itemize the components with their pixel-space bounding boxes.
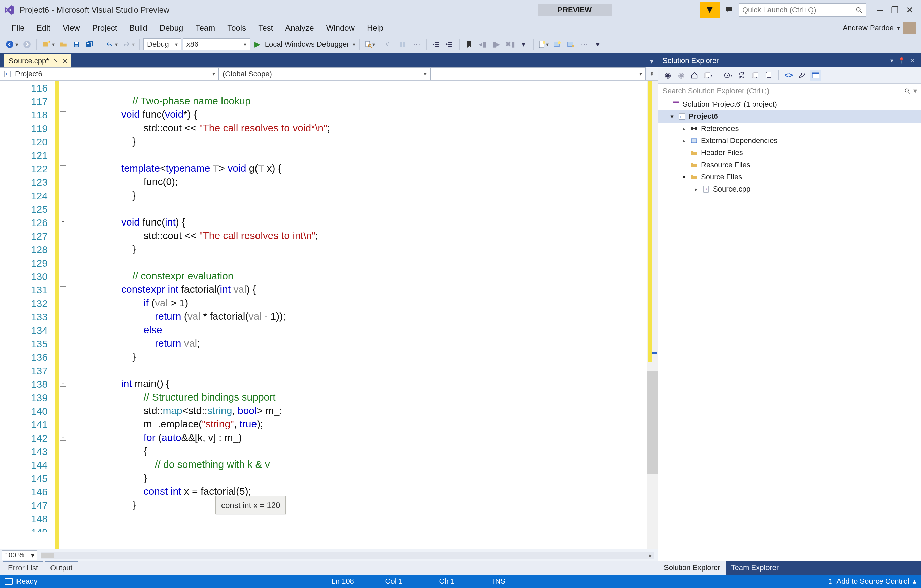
panel-dropdown-icon[interactable]: ▾ [887,55,897,66]
pin-icon[interactable]: 📍 [897,55,907,66]
save-button[interactable] [71,38,83,51]
solution-config-dropdown[interactable]: Debug▾ [143,38,181,50]
menu-help[interactable]: Help [361,22,389,34]
toolbar-more-1[interactable]: ⋯ [411,38,423,51]
menu-view[interactable]: View [57,22,86,34]
error-list-tab[interactable]: Error List [3,561,44,575]
outline-toggle[interactable] [60,219,66,225]
menu-analyze[interactable]: Analyze [279,22,320,34]
solution-platform-dropdown[interactable]: x86▾ [183,38,250,50]
next-bookmark-button[interactable]: ▮▸ [490,38,502,51]
nav-scope-dropdown[interactable]: (Global Scope) ▾ [219,67,430,80]
toolbar-overflow-2[interactable]: ▾ [592,38,604,51]
solution-tree[interactable]: Solution 'Project6' (1 project)++Project… [659,98,921,561]
expand-toggle[interactable] [669,114,675,120]
open-file-button[interactable] [57,38,69,51]
minimize-button[interactable]: ─ [872,3,887,17]
forward-button[interactable]: ◉ [675,70,687,81]
pin-icon[interactable]: ⇲ [53,57,58,65]
solution-explorer-tab[interactable]: Solution Explorer [659,561,726,575]
pending-changes-filter-button[interactable]: ▾ [722,70,734,81]
solution-explorer-search[interactable]: Search Solution Explorer (Ctrl+;) ▾ [659,83,921,98]
nav-back-button[interactable]: ▾ [4,38,20,51]
quick-launch-input[interactable]: Quick Launch (Ctrl+Q) [739,3,866,17]
tree-node[interactable]: References [659,122,921,135]
class-wizard-button[interactable] [565,38,577,51]
new-item-button[interactable]: ▾ [537,38,550,51]
expand-toggle[interactable] [681,174,687,180]
nav-project-dropdown[interactable]: ++ Project6 ▾ [0,67,219,80]
show-all-files-button[interactable] [763,70,774,81]
menu-test[interactable]: Test [252,22,279,34]
outlining-margin[interactable] [60,81,69,549]
save-all-button[interactable] [84,38,96,51]
add-to-source-control-button[interactable]: ↥ Add to Source Control ▴ [827,577,916,586]
add-class-button[interactable] [552,38,563,51]
menu-build[interactable]: Build [123,22,153,34]
debug-target-label[interactable]: Local Windows Debugger [265,40,351,49]
menu-team[interactable]: Team [189,22,221,34]
expand-toggle[interactable] [681,125,687,132]
tree-node[interactable]: Source Files [659,171,921,183]
sync-button[interactable] [736,70,747,81]
solution-explorer-title-bar[interactable]: Solution Explorer ▾ 📍 ✕ [659,54,921,67]
close-icon[interactable]: ✕ [62,57,68,65]
collapse-all-button[interactable] [749,70,761,81]
outline-toggle[interactable] [60,286,66,292]
menu-file[interactable]: File [5,22,31,34]
comment-out-button[interactable]: // [384,38,396,51]
tree-node[interactable]: External Dependencies [659,135,921,147]
menu-tools[interactable]: Tools [221,22,252,34]
outline-toggle[interactable] [60,435,66,440]
toolbar-overflow-1[interactable]: ▾ [518,38,530,51]
new-project-button[interactable]: ▾ [41,38,56,51]
prev-bookmark-button[interactable]: ◂▮ [477,38,489,51]
back-button[interactable]: ◉ [662,70,673,81]
uncomment-button[interactable] [397,38,409,51]
vertical-scrollbar[interactable] [647,81,658,549]
nav-forward-button[interactable] [21,38,33,51]
code-text[interactable]: // Two-phase name lookupvoid func(void*)… [121,81,330,549]
find-in-files-button[interactable]: ▾ [363,38,376,51]
menu-project[interactable]: Project [86,22,124,34]
close-button[interactable]: ✕ [902,3,917,17]
outline-toggle[interactable] [60,165,66,171]
notifications-button[interactable] [700,2,720,18]
outline-toggle[interactable] [60,381,66,387]
code-editor[interactable]: 1161171181191201211221231241251261271281… [0,81,658,549]
redo-button[interactable]: ▾ [120,38,136,51]
close-icon[interactable]: ✕ [907,55,917,66]
start-debugging-button[interactable]: ▶ [251,38,264,51]
tree-node[interactable]: Resource Files [659,159,921,171]
view-code-button[interactable]: <> [783,70,794,81]
search-options-icon[interactable]: ▾ [913,86,917,95]
clear-bookmarks-button[interactable]: ✖▮ [504,38,516,51]
tree-node[interactable]: ++Project6 [659,110,921,122]
menu-edit[interactable]: Edit [31,22,57,34]
outline-toggle[interactable] [60,111,66,117]
nav-member-dropdown[interactable]: ▾ [430,67,646,80]
scroll-right-icon[interactable]: ▸ [646,552,654,559]
tree-node[interactable]: Header Files [659,147,921,159]
document-tab-source-cpp[interactable]: Source.cpp* ⇲ ✕ [4,54,72,67]
document-tabs-overflow[interactable]: ▾ [646,55,658,67]
horizontal-scrollbar[interactable]: ◂ ▸ [41,552,654,559]
tree-node[interactable]: ++Source.cpp [659,183,921,195]
expand-toggle[interactable] [693,186,700,193]
menu-window[interactable]: Window [320,22,361,34]
switch-views-button[interactable]: ▾ [702,70,714,81]
expand-toggle[interactable] [681,138,687,144]
zoom-dropdown[interactable]: 100 %▾ [2,550,37,560]
bookmark-button[interactable] [463,38,475,51]
signed-in-user[interactable]: Andrew Pardoe ▾ [843,22,916,34]
tree-node[interactable]: Solution 'Project6' (1 project) [659,98,921,110]
undo-button[interactable]: ▾ [104,38,119,51]
menu-debug[interactable]: Debug [153,22,190,34]
feedback-icon[interactable] [722,3,736,17]
decrease-indent-button[interactable] [430,38,442,51]
home-button[interactable] [689,70,700,81]
split-editor-button[interactable]: ⬍ [646,67,658,80]
preview-selected-items-button[interactable] [810,70,821,81]
team-explorer-tab[interactable]: Team Explorer [726,561,784,575]
properties-button[interactable] [796,70,808,81]
